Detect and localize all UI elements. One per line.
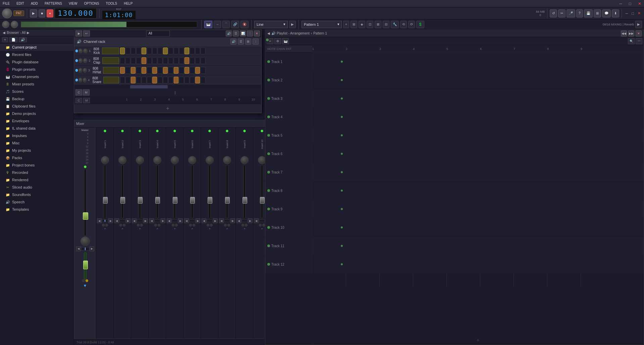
- cr-step[interactable]: [184, 48, 189, 54]
- cr-step[interactable]: [184, 77, 189, 83]
- insert1-arrow-l[interactable]: ◀: [97, 218, 102, 223]
- insert5-led[interactable]: [173, 130, 176, 132]
- cr-step[interactable]: [201, 67, 205, 74]
- sidebar-item-clipboard-files[interactable]: 📋 Clipboard files: [0, 102, 73, 110]
- cr-step[interactable]: [125, 77, 130, 83]
- insert9-led[interactable]: [243, 130, 246, 132]
- master-fader-thumb[interactable]: [83, 212, 88, 220]
- insert10-arrow[interactable]: ⌃: [261, 228, 263, 231]
- insert2-dot2[interactable]: [123, 224, 125, 226]
- master-dot2[interactable]: [86, 279, 88, 282]
- cr-step[interactable]: [168, 77, 173, 83]
- cr-hdr-icon3[interactable]: ⊞: [245, 39, 251, 45]
- cr-icon-bars[interactable]: 📊: [240, 30, 246, 37]
- cr-step[interactable]: [190, 57, 195, 64]
- cr-scrollbar[interactable]: [74, 85, 261, 88]
- cr-step[interactable]: [190, 48, 195, 54]
- menu-view[interactable]: VIEW: [67, 1, 79, 6]
- insert1-fader-thumb[interactable]: [103, 197, 108, 204]
- master-led[interactable]: [84, 165, 87, 168]
- browser-new-btn[interactable]: 📄: [9, 37, 17, 42]
- insert7-pan-display[interactable]: [207, 219, 213, 222]
- play-button[interactable]: ▶: [30, 9, 37, 17]
- tb2-icon6[interactable]: 🔧: [391, 21, 399, 28]
- sidebar-item-scores[interactable]: 🎵 Scores: [0, 88, 73, 95]
- insert1-fader-track[interactable]: [104, 165, 106, 218]
- insert5-fader-track[interactable]: [174, 165, 176, 218]
- master-dot1[interactable]: [82, 279, 85, 282]
- insert5-fader-thumb[interactable]: [173, 197, 177, 204]
- insert6-knob[interactable]: [188, 156, 196, 164]
- pl-btn-piano[interactable]: 🎹: [282, 38, 289, 44]
- insert5-knob[interactable]: [171, 156, 179, 164]
- icon-btn-2[interactable]: ✂: [558, 9, 566, 17]
- insert9-fader-thumb[interactable]: [243, 197, 247, 204]
- cr-step[interactable]: [158, 57, 162, 64]
- sidebar-item-recent-files[interactable]: 🕐 Recent files: [0, 51, 73, 58]
- cr-step[interactable]: [131, 57, 136, 64]
- mute-btn[interactable]: 🔇: [240, 21, 249, 28]
- icon-btn-3[interactable]: 🎤: [567, 9, 575, 17]
- pl-grid-row-10[interactable]: [312, 218, 644, 237]
- record-button[interactable]: ●: [47, 9, 53, 17]
- master-vol-thumb[interactable]: [83, 261, 88, 269]
- cr-step[interactable]: [201, 77, 205, 83]
- insert8-fader-track[interactable]: [226, 165, 228, 218]
- cr-step[interactable]: [131, 48, 136, 54]
- cr-step[interactable]: [179, 67, 184, 74]
- cr-step[interactable]: [201, 57, 205, 64]
- cr-step[interactable]: [125, 57, 130, 64]
- cr-step[interactable]: [152, 57, 157, 64]
- cr-step[interactable]: [179, 57, 184, 64]
- cr-step[interactable]: [125, 48, 130, 54]
- cr-ch2-knob1[interactable]: [78, 58, 83, 63]
- insert7-led[interactable]: [208, 130, 211, 132]
- tb2-icon4[interactable]: ⊠: [375, 21, 381, 28]
- sidebar-item-plugin-presets[interactable]: 🎛 Plugin presets: [0, 66, 73, 73]
- cr-ch1-knob1[interactable]: [78, 49, 83, 53]
- insert4-fader-thumb[interactable]: [155, 197, 160, 204]
- insert8-dot[interactable]: [224, 224, 227, 226]
- insert2-fader-track[interactable]: [121, 165, 123, 218]
- cr-close-btn[interactable]: ✕: [254, 30, 260, 37]
- playlist-add-btn[interactable]: +: [476, 337, 479, 343]
- cr-step[interactable]: [152, 48, 157, 54]
- sidebar-item-rendered[interactable]: 📁 Rendered: [0, 176, 73, 184]
- arrow-btn[interactable]: →: [214, 21, 221, 28]
- insert3-knob[interactable]: [136, 156, 144, 164]
- cr-hdr-icon1[interactable]: 🔊: [230, 39, 236, 45]
- insert2-pan-display[interactable]: [119, 219, 125, 222]
- cr-ch4-knob1[interactable]: [78, 78, 82, 82]
- browser-refresh-btn[interactable]: 🔊: [19, 37, 27, 42]
- insert6-arrow[interactable]: ⌃: [191, 228, 194, 231]
- insert8-knob[interactable]: [223, 156, 231, 164]
- icon-btn-1[interactable]: ↺: [550, 9, 557, 17]
- insert1-dot2[interactable]: [105, 224, 108, 226]
- pl-track-4[interactable]: Track 4: [265, 108, 312, 126]
- insert1-knob[interactable]: [101, 156, 109, 164]
- insert5-arrow[interactable]: ⌃: [173, 228, 176, 231]
- insert3-arrow-r[interactable]: ▶: [143, 218, 148, 223]
- tb2-icon1[interactable]: ⊞: [351, 21, 357, 28]
- selector-arrow[interactable]: ▶: [289, 21, 296, 28]
- insert9-pan-display[interactable]: [241, 219, 248, 222]
- cr-piano-btn-m[interactable]: M: [83, 89, 90, 95]
- cr-ch4-name[interactable]: 808 Snare: [91, 76, 103, 84]
- insert8-fader-thumb[interactable]: [225, 197, 230, 204]
- cr-step[interactable]: [184, 67, 189, 74]
- piano-roll-btn[interactable]: 🎹: [204, 21, 212, 28]
- cr-step[interactable]: [152, 67, 157, 74]
- cr-step[interactable]: [174, 67, 178, 74]
- curve-btn[interactable]: ⌒: [222, 21, 230, 28]
- insert10-arrow-l[interactable]: ◀: [254, 218, 259, 223]
- insert7-arrow[interactable]: ⌃: [208, 228, 211, 231]
- insert4-fader-track[interactable]: [156, 165, 158, 218]
- tb2-icon3[interactable]: ⊡: [367, 21, 373, 28]
- cr-ch2-name[interactable]: 808 Clap: [92, 57, 102, 64]
- cr-step[interactable]: [136, 48, 141, 54]
- cr-hdr-icon2[interactable]: ☰: [238, 39, 244, 45]
- insert3-led[interactable]: [139, 130, 141, 132]
- sidebar-item-templates[interactable]: 📁 Templates: [0, 206, 73, 213]
- insert3-fader-thumb[interactable]: [138, 197, 143, 204]
- sidebar-item-sliced-audio[interactable]: ✂ Sliced audio: [0, 184, 73, 191]
